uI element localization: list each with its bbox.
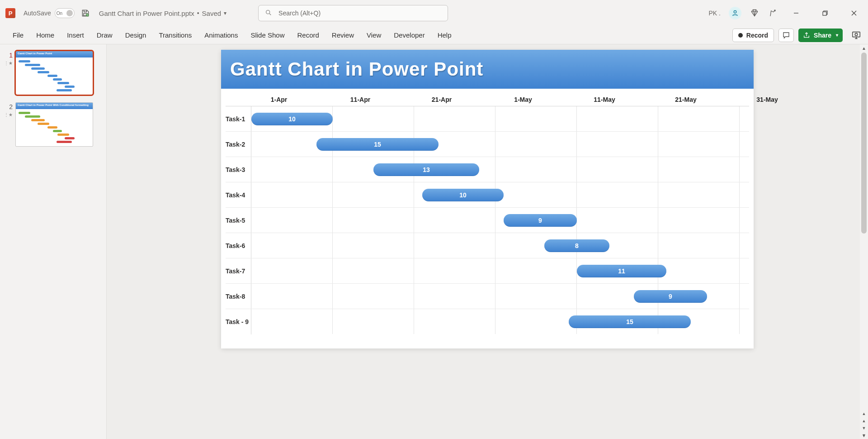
gantt-row: Task-215 — [226, 132, 749, 157]
thumbnail-1-row[interactable]: 1 ⋮★ Gantt Chart in Power Point — [3, 51, 102, 95]
present-mode-icon[interactable] — [851, 30, 862, 41]
gantt-bar[interactable]: 13 — [373, 163, 479, 176]
gantt-task-label: Task - 9 — [226, 318, 251, 325]
coming-soon-icon[interactable] — [768, 8, 778, 18]
ribbon-tab-review[interactable]: Review — [326, 26, 360, 44]
thumbnail-1-number: 1 — [3, 52, 13, 59]
search-placeholder: Search (Alt+Q) — [278, 10, 321, 17]
ribbon-tab-file[interactable]: File — [6, 26, 30, 44]
gantt-bar[interactable]: 15 — [569, 315, 691, 328]
gantt-task-label: Task-1 — [226, 115, 251, 123]
thumbnail-2-row[interactable]: 2 ⋮★ Gantt Chart in Power Point With Con… — [3, 102, 102, 147]
ribbon-tab-view[interactable]: View — [360, 26, 387, 44]
gantt-task-label: Task-8 — [226, 293, 251, 300]
gantt-bar[interactable]: 8 — [544, 239, 609, 252]
gantt-date-label: 11-Apr — [347, 96, 374, 103]
thumbnail-1-title: Gantt Chart in Power Point — [16, 51, 93, 57]
gantt-date-label: 1-Apr — [265, 96, 292, 103]
app-icon: P — [5, 8, 15, 18]
scroll-thumb[interactable] — [861, 52, 867, 234]
prev-slide-icon[interactable]: ▲ — [860, 410, 868, 417]
gantt-bar[interactable]: 11 — [577, 265, 666, 277]
gantt-bar[interactable]: 9 — [634, 290, 707, 303]
ribbon-tab-home[interactable]: Home — [30, 26, 61, 44]
slide[interactable]: Gantt Chart in Power Point 1-Apr11-Apr21… — [221, 50, 754, 348]
gantt-row: Task-410 — [226, 182, 749, 208]
window-minimize[interactable] — [786, 7, 807, 19]
gantt-chart[interactable]: 1-Apr11-Apr21-Apr1-May11-May21-May31-May… — [221, 89, 754, 348]
svg-point-5 — [774, 10, 776, 11]
window-restore[interactable] — [815, 7, 835, 19]
ribbon-tab-transitions[interactable]: Transitions — [152, 26, 198, 44]
gantt-bar[interactable]: 15 — [316, 138, 439, 151]
ribbon-tab-developer[interactable]: Developer — [387, 26, 431, 44]
ribbon-tab-help[interactable]: Help — [431, 26, 458, 44]
ribbon-tabs: File Home Insert Draw Design Transitions… — [0, 26, 868, 44]
gantt-task-label: Task-4 — [226, 191, 251, 199]
autosave-toggle[interactable]: On — [55, 8, 75, 18]
gantt-task-label: Task-2 — [226, 141, 251, 148]
thumbnail-1-animation-icon: ⋮★ — [3, 61, 13, 66]
share-button[interactable]: Share ▾ — [798, 29, 843, 42]
gantt-row: Task-68 — [226, 233, 749, 258]
prev-slide-double-icon[interactable]: ▲ — [860, 417, 868, 425]
slide-title[interactable]: Gantt Chart in Power Point — [221, 50, 754, 89]
record-button-label: Record — [746, 32, 768, 39]
thumbnail-2-number: 2 — [3, 103, 13, 110]
record-button[interactable]: Record — [732, 29, 774, 42]
account-name[interactable]: PK . — [709, 10, 721, 17]
svg-rect-8 — [853, 32, 860, 37]
filename-dropdown-icon[interactable]: ▾ — [224, 10, 226, 16]
gantt-row: Task-110 — [226, 106, 749, 132]
filename[interactable]: Gantt Chart in Power Point.pptx — [99, 10, 194, 17]
gantt-row-area: 10 — [251, 182, 749, 207]
ribbon-tab-record[interactable]: Record — [291, 26, 325, 44]
thumbnail-2[interactable]: Gantt Chart in Power Point With Conditio… — [15, 102, 93, 147]
gantt-row-area: 9 — [251, 284, 749, 309]
gantt-row-area: 15 — [251, 132, 749, 157]
gantt-row: Task-89 — [226, 284, 749, 309]
record-dot-icon — [738, 33, 743, 38]
diamond-icon[interactable] — [750, 8, 760, 18]
ribbon-tab-insert[interactable]: Insert — [61, 26, 90, 44]
gantt-row: Task-59 — [226, 208, 749, 233]
ribbon-tab-animations[interactable]: Animations — [198, 26, 244, 44]
comments-button[interactable] — [778, 29, 794, 42]
save-icon[interactable] — [81, 9, 90, 18]
svg-point-2 — [266, 10, 270, 14]
title-bar: P AutoSave On Gantt Chart in Power Point… — [0, 0, 868, 26]
gantt-grid: Task-110Task-215Task-313Task-410Task-59T… — [226, 106, 749, 334]
gantt-row: Task-313 — [226, 157, 749, 182]
thumbnail-2-animation-icon: ⋮★ — [3, 112, 13, 117]
save-status: Saved — [202, 10, 222, 17]
vertical-scrollbar[interactable]: ▲ ▼ ▲ ▲ ▼ ▼ — [860, 44, 868, 439]
gantt-row-area: 11 — [251, 258, 749, 283]
window-close[interactable] — [844, 7, 864, 19]
ribbon-tab-slideshow[interactable]: Slide Show — [244, 26, 291, 44]
search-box[interactable]: Search (Alt+Q) — [258, 5, 448, 21]
thumbnail-2-title: Gantt Chart in Power Point With Conditio… — [16, 103, 93, 109]
gantt-row-area: 15 — [251, 309, 749, 334]
ribbon-tab-draw[interactable]: Draw — [90, 26, 119, 44]
next-slide-icon[interactable]: ▼ — [860, 432, 868, 439]
slide-canvas-area[interactable]: Gantt Chart in Power Point 1-Apr11-Apr21… — [107, 44, 868, 439]
share-chevron-icon: ▾ — [836, 33, 838, 38]
filename-separator: • — [197, 10, 199, 17]
avatar[interactable] — [729, 7, 741, 19]
scroll-up-icon[interactable]: ▲ — [860, 44, 868, 52]
gantt-bar[interactable]: 10 — [251, 113, 333, 125]
toggle-knob — [66, 10, 73, 16]
autosave-label: AutoSave — [24, 10, 51, 17]
gantt-bar[interactable]: 10 — [422, 189, 504, 201]
next-slide-double-icon[interactable]: ▼ — [860, 425, 868, 432]
thumbnail-1[interactable]: Gantt Chart in Power Point — [15, 51, 93, 95]
gantt-date-axis: 1-Apr11-Apr21-Apr1-May11-May21-May31-May — [251, 93, 749, 106]
gantt-date-label: 31-May — [754, 96, 781, 103]
gantt-bar[interactable]: 9 — [504, 214, 577, 227]
gantt-task-label: Task-5 — [226, 217, 251, 224]
gantt-date-label: 11-May — [591, 96, 618, 103]
ribbon-tab-design[interactable]: Design — [119, 26, 153, 44]
autosave-state: On — [57, 11, 62, 16]
scroll-track[interactable] — [860, 52, 868, 432]
gantt-row: Task - 915 — [226, 309, 749, 334]
